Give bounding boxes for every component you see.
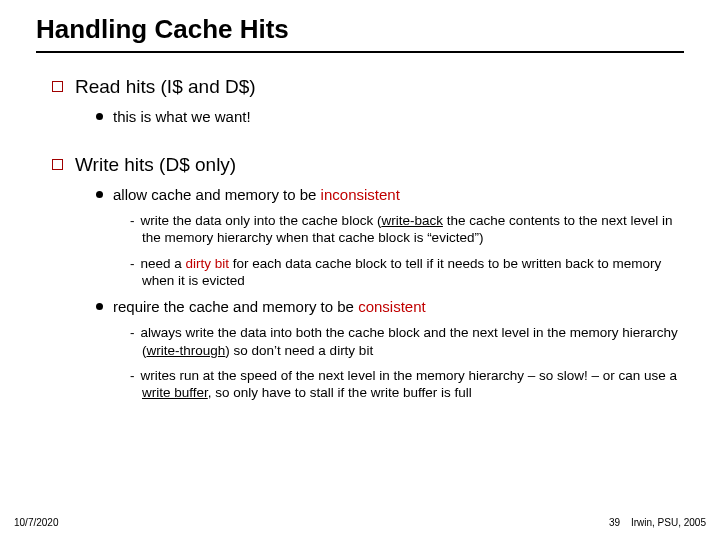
footer-date: 10/7/2020 (14, 517, 59, 528)
dash-icon: - (130, 213, 135, 228)
dot-bullet-icon (96, 191, 103, 198)
dash-icon: - (130, 368, 135, 383)
dash-icon: - (130, 325, 135, 340)
text-pre: require the cache and memory to be (113, 298, 358, 315)
footer-page-number: 39 (609, 517, 620, 528)
square-bullet-icon (52, 81, 63, 92)
slide: Handling Cache Hits Read hits (I$ and D$… (0, 0, 720, 540)
text-keyword-write-back: write-back (381, 213, 443, 228)
text: Read hits (I$ and D$) (75, 76, 256, 97)
text: this is what we want! (113, 108, 251, 125)
text-post: , so only have to stall if the write buf… (208, 385, 472, 400)
dash-icon: - (130, 256, 135, 271)
page-title: Handling Cache Hits (36, 14, 720, 45)
text-keyword-dirty-bit: dirty bit (186, 256, 230, 271)
text-pre: need a (141, 256, 186, 271)
dash-write-through: -always write the data into both the cac… (130, 324, 680, 359)
content-body: Read hits (I$ and D$) this is what we wa… (0, 53, 720, 401)
spacer (52, 131, 680, 145)
text-post: ) so don’t need a dirty bit (225, 343, 373, 358)
sub-bullet-consistent: require the cache and memory to be consi… (96, 297, 680, 316)
dot-bullet-icon (96, 113, 103, 120)
footer-attribution: Irwin, PSU, 2005 (631, 517, 706, 528)
text-pre: allow cache and memory to be (113, 186, 321, 203)
dash-write-buffer: -writes run at the speed of the next lev… (130, 367, 680, 402)
text-keyword-write-through: write-through (147, 343, 226, 358)
dash-write-back: -write the data only into the cache bloc… (130, 212, 680, 247)
text: Write hits (D$ only) (75, 154, 236, 175)
text-pre: writes run at the speed of the next leve… (141, 368, 678, 383)
bullet-write-hits: Write hits (D$ only) (52, 153, 680, 177)
dot-bullet-icon (96, 303, 103, 310)
title-wrap: Handling Cache Hits (0, 0, 720, 45)
dash-dirty-bit: -need a dirty bit for each data cache bl… (130, 255, 680, 290)
square-bullet-icon (52, 159, 63, 170)
sub-bullet-inconsistent: allow cache and memory to be inconsisten… (96, 185, 680, 204)
sub-bullet-want: this is what we want! (96, 107, 680, 126)
text-keyword-consistent: consistent (358, 298, 426, 315)
text-keyword-write-buffer: write buffer (142, 385, 208, 400)
text-pre: write the data only into the cache block… (141, 213, 382, 228)
text-keyword-inconsistent: inconsistent (321, 186, 400, 203)
bullet-read-hits: Read hits (I$ and D$) (52, 75, 680, 99)
